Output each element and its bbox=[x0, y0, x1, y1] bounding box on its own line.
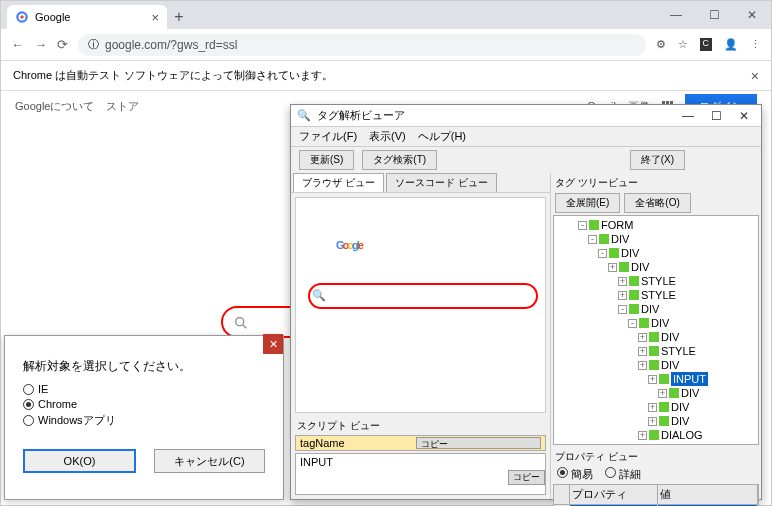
notice-close-icon[interactable]: × bbox=[751, 68, 759, 84]
menu-help[interactable]: ヘルプ(H) bbox=[418, 129, 466, 144]
url-input[interactable]: ⓘ google.com/?gws_rd=ssl bbox=[78, 34, 646, 56]
viewer-menu-bar: ファイル(F) 表示(V) ヘルプ(H) bbox=[291, 127, 761, 147]
tree-node[interactable]: + STYLE bbox=[556, 274, 756, 288]
tab-close-icon[interactable]: × bbox=[151, 10, 159, 25]
svg-point-3 bbox=[236, 318, 244, 326]
tree-node[interactable]: + DIV bbox=[556, 330, 756, 344]
script-output: INPUTコピー bbox=[295, 453, 546, 495]
tree-node[interactable]: + DIALOG bbox=[556, 428, 756, 442]
ok-button[interactable]: OK(O) bbox=[23, 449, 136, 473]
viewer-left-pane: ブラウザ ビュー ソースコード ビュー Google 🔍 スクリプト ビュー t… bbox=[291, 173, 551, 499]
script-view: スクリプト ビュー tagNameコピー INPUTコピー bbox=[295, 417, 546, 495]
tree-node[interactable]: + INPUT bbox=[556, 372, 756, 386]
update-button[interactable]: 更新(S) bbox=[299, 150, 354, 170]
script-view-label: スクリプト ビュー bbox=[295, 417, 546, 435]
star-icon[interactable]: ☆ bbox=[678, 38, 688, 51]
extension-icon[interactable]: C bbox=[700, 38, 713, 51]
menu-file[interactable]: ファイル(F) bbox=[299, 129, 357, 144]
settings-icon[interactable]: ⚙ bbox=[656, 38, 666, 51]
dialog-close-button[interactable]: ✕ bbox=[263, 334, 283, 354]
minimize-button[interactable]: — bbox=[657, 1, 695, 29]
url-bar: ← → ⟳ ⓘ google.com/?gws_rd=ssl ⚙ ☆ C 👤 ⋮ bbox=[1, 29, 771, 61]
tree-node[interactable]: + DIV bbox=[556, 260, 756, 274]
tree-node[interactable]: + DIV bbox=[556, 358, 756, 372]
tree-node[interactable]: + DIV bbox=[556, 414, 756, 428]
chrome-title-bar: Google × + — ☐ ✕ bbox=[1, 1, 771, 29]
back-icon[interactable]: ← bbox=[11, 37, 24, 52]
google-favicon-icon bbox=[15, 10, 29, 24]
collapse-all-button[interactable]: 全省略(O) bbox=[624, 193, 690, 213]
tag-viewer-window: 🔍 タグ解析ビューア — ☐ ✕ ファイル(F) 表示(V) ヘルプ(H) 更新… bbox=[290, 104, 762, 500]
about-link[interactable]: Googleについて bbox=[15, 99, 94, 114]
tree-node[interactable]: + DIV bbox=[556, 400, 756, 414]
site-info-icon[interactable]: ⓘ bbox=[88, 37, 99, 52]
cancel-button[interactable]: キャンセル(C) bbox=[154, 449, 265, 473]
forward-icon[interactable]: → bbox=[34, 37, 47, 52]
browser-tab[interactable]: Google × bbox=[7, 5, 167, 29]
exit-button[interactable]: 終了(X) bbox=[630, 150, 685, 170]
url-text: google.com/?gws_rd=ssl bbox=[105, 38, 237, 52]
menu-view[interactable]: 表示(V) bbox=[369, 129, 406, 144]
viewer-title-bar: 🔍 タグ解析ビューア — ☐ ✕ bbox=[291, 105, 761, 127]
copy-button[interactable]: コピー bbox=[416, 437, 542, 449]
tag-tree[interactable]: - FORM- DIV- DIV+ DIV+ STYLE+ STYLE- DIV… bbox=[553, 215, 759, 445]
google-logo: Google bbox=[336, 213, 362, 258]
tab-title: Google bbox=[35, 11, 145, 23]
profile-icon[interactable]: 👤 bbox=[724, 38, 738, 51]
property-table: プロパティ値 1tagNameINPUT2sourceIndex863id4na… bbox=[553, 484, 759, 506]
svg-line-4 bbox=[243, 325, 246, 328]
new-tab-button[interactable]: + bbox=[167, 5, 191, 29]
viewer-app-icon: 🔍 bbox=[297, 109, 311, 122]
tab-source-view[interactable]: ソースコード ビュー bbox=[386, 173, 497, 192]
radio-simple[interactable]: 簡易 bbox=[557, 467, 593, 482]
viewer-minimize-button[interactable]: — bbox=[677, 109, 699, 123]
radio-chrome[interactable]: Chrome bbox=[23, 398, 265, 410]
menu-icon[interactable]: ⋮ bbox=[750, 38, 761, 51]
tagsearch-button[interactable]: タグ検索(T) bbox=[362, 150, 437, 170]
viewer-right-pane: タグ ツリービュー 全展開(E) 全省略(O) - FORM- DIV- DIV… bbox=[551, 173, 761, 499]
tree-node[interactable]: + DIV bbox=[556, 386, 756, 400]
store-link[interactable]: ストア bbox=[106, 99, 139, 114]
viewer-toolbar: 更新(S) タグ検索(T) 終了(X) bbox=[291, 147, 761, 173]
radio-detail[interactable]: 詳細 bbox=[605, 467, 641, 482]
search-input-highlight[interactable] bbox=[308, 283, 538, 309]
target-select-dialog: ✕ 解析対象を選択してください。 IE Chrome Windowsアプリ OK… bbox=[4, 335, 284, 500]
close-button[interactable]: ✕ bbox=[733, 1, 771, 29]
tree-node[interactable]: + STYLE bbox=[556, 344, 756, 358]
script-input[interactable]: tagNameコピー bbox=[295, 435, 546, 451]
reload-icon[interactable]: ⟳ bbox=[57, 37, 68, 52]
svg-point-2 bbox=[20, 15, 24, 19]
tree-view-label: タグ ツリービュー bbox=[553, 175, 759, 191]
expand-all-button[interactable]: 全展開(E) bbox=[555, 193, 620, 213]
tree-node[interactable]: - DIV bbox=[556, 232, 756, 246]
tree-node[interactable]: + STYLE bbox=[556, 288, 756, 302]
viewer-maximize-button[interactable]: ☐ bbox=[705, 109, 727, 123]
radio-ie[interactable]: IE bbox=[23, 383, 265, 395]
tab-browser-view[interactable]: ブラウザ ビュー bbox=[293, 173, 384, 192]
tree-node[interactable]: - FORM bbox=[556, 218, 756, 232]
notice-text: Chrome は自動テスト ソフトウェアによって制御されています。 bbox=[13, 68, 333, 83]
property-view-label: プロパティ ビュー bbox=[553, 449, 759, 465]
automation-notice: Chrome は自動テスト ソフトウェアによって制御されています。 × bbox=[1, 61, 771, 91]
tree-node[interactable]: - DIV bbox=[556, 316, 756, 330]
browser-view: Google 🔍 bbox=[295, 197, 546, 413]
maximize-button[interactable]: ☐ bbox=[695, 1, 733, 29]
radio-winapp[interactable]: Windowsアプリ bbox=[23, 413, 265, 428]
tree-node[interactable]: - DIV bbox=[556, 302, 756, 316]
viewer-title: タグ解析ビューア bbox=[317, 108, 405, 123]
viewer-close-button[interactable]: ✕ bbox=[733, 109, 755, 123]
tree-node[interactable]: - DIV bbox=[556, 246, 756, 260]
dialog-title: 解析対象を選択してください。 bbox=[23, 358, 265, 375]
search-icon bbox=[233, 315, 249, 331]
copy-button[interactable]: コピー bbox=[508, 470, 545, 485]
